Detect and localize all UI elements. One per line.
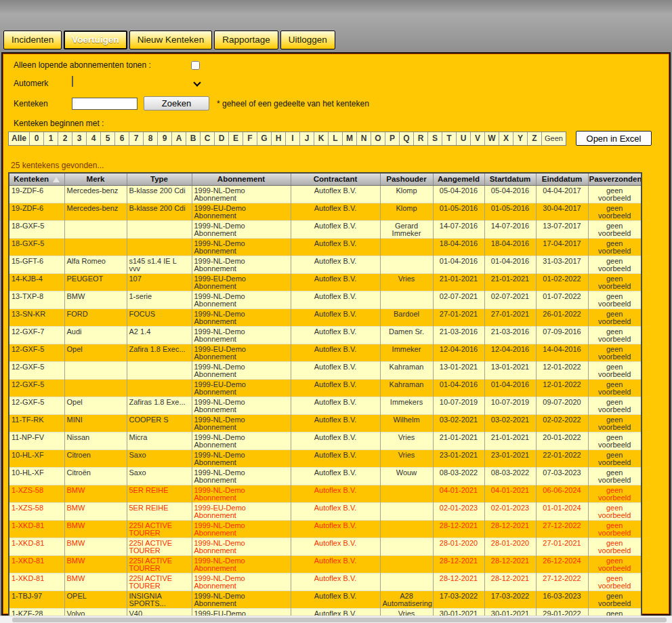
kenteken-label: Kenteken (14, 99, 72, 108)
tab-uitloggen[interactable]: Uitloggen (280, 31, 335, 49)
cell-startdatum: 21-03-2016 (484, 326, 536, 344)
letter-filter-s[interactable]: S (428, 132, 442, 145)
horizontal-scrollbar-thumb[interactable] (12, 618, 667, 622)
lopende-abonnementen-checkbox[interactable] (191, 61, 200, 70)
column-header-pashouder[interactable]: Pashouder (380, 173, 433, 185)
zoeken-button[interactable]: Zoeken (144, 96, 209, 110)
letter-filter-0[interactable]: 0 (30, 132, 44, 145)
cell-startdatum: 12-04-2016 (484, 344, 536, 361)
cell-type: s145 s1.4 IE L vvv (127, 256, 192, 273)
letter-filter-p[interactable]: P (385, 132, 400, 145)
letter-filter-t[interactable]: T (442, 132, 457, 145)
automerk-label: Automerk (14, 79, 72, 88)
column-header-pasverzonden[interactable]: Pasverzonden (588, 173, 642, 185)
tab-nieuw-kenteken[interactable]: Nieuw Kenteken (129, 31, 212, 49)
letter-filter-g[interactable]: G (257, 132, 272, 145)
letter-filter-q[interactable]: Q (400, 132, 414, 145)
column-header-type[interactable]: Type (127, 173, 192, 185)
letter-filter-5[interactable]: 5 (101, 132, 115, 145)
column-header-aangemeld[interactable]: Aangemeld (433, 173, 484, 185)
letter-filter-d[interactable]: D (215, 132, 229, 145)
cell-aangemeld: 21-01-2021 (433, 432, 484, 449)
cell-aangemeld: 27-01-2021 (433, 308, 484, 326)
cell-contractant: Autoflex B.V. (291, 590, 380, 608)
tab-rapportage[interactable]: Rapportage (214, 31, 278, 49)
column-header-contractant[interactable]: Contractant (291, 173, 380, 185)
cell-contractant: Autoflex B.V. (291, 273, 380, 291)
cell-einddatum: 02-02-2022 (536, 414, 588, 432)
automerk-select[interactable] (72, 77, 205, 89)
letter-filter-e[interactable]: E (229, 132, 243, 145)
cell-aangemeld: 01-05-2016 (433, 203, 484, 220)
cell-abonnement: 1999-NL-Demo Abonnement (192, 432, 291, 449)
cell-kenteken: 1-XKD-81 (9, 573, 64, 590)
letter-filter-h[interactable]: H (272, 132, 286, 145)
tab-incidenten[interactable]: Incidenten (3, 31, 62, 49)
letter-filter-1[interactable]: 1 (44, 132, 58, 145)
cell-merk: BMW (64, 291, 127, 308)
cell-pasverzonden: geen voorbeeld (588, 414, 642, 432)
letter-filter-6[interactable]: 6 (115, 132, 129, 145)
cell-pasverzonden: geen voorbeeld (588, 379, 642, 397)
cell-pashouder: Wilhelm (380, 414, 433, 432)
letter-filter-c[interactable]: C (201, 132, 215, 145)
cell-startdatum: 04-01-2021 (484, 485, 536, 502)
letter-filter-o[interactable]: O (371, 132, 385, 145)
open-in-excel-button[interactable]: Open in Excel (576, 131, 652, 146)
cell-abonnement: 1999-NL-Demo Abonnement (192, 590, 291, 608)
cell-kenteken: 1-XKD-81 (9, 555, 64, 573)
column-header-startdatum[interactable]: Startdatum (484, 173, 536, 185)
letter-filter-v[interactable]: V (471, 132, 485, 145)
letter-filter-geen[interactable]: Geen (542, 132, 566, 145)
letter-filter-3[interactable]: 3 (72, 132, 87, 145)
letter-filter-f[interactable]: F (243, 132, 257, 145)
letter-filter-2[interactable]: 2 (58, 132, 72, 145)
cell-contractant: Autoflex B.V. (291, 326, 380, 344)
letter-filter-4[interactable]: 4 (87, 132, 101, 145)
letter-filter-a[interactable]: A (172, 132, 186, 145)
table-row: 15-GFT-6Alfa Romeos145 s1.4 IE L vvv1999… (9, 256, 642, 273)
letter-filter-8[interactable]: 8 (144, 132, 158, 145)
cell-pashouder: Klomp (380, 185, 433, 203)
letter-filter-9[interactable]: 9 (158, 132, 172, 145)
letter-filter-b[interactable]: B (186, 132, 201, 145)
column-header-merk[interactable]: Merk (64, 173, 127, 185)
table-row: 1-XKD-81BMW225I ACTIVE TOURER1999-NL-Dem… (9, 555, 642, 573)
letter-filter-x[interactable]: X (499, 132, 513, 145)
letter-filter-k[interactable]: K (314, 132, 329, 145)
cell-abonnement: 1999-EU-Demo Abonnement (192, 273, 291, 291)
letter-filter-7[interactable]: 7 (129, 132, 144, 145)
cell-type: B-klasse 200 Cdi (127, 185, 192, 203)
letter-filter-u[interactable]: U (457, 132, 471, 145)
letter-filter-l[interactable]: L (329, 132, 343, 145)
letter-filter-y[interactable]: Y (513, 132, 528, 145)
letter-filter-j[interactable]: J (300, 132, 314, 145)
table-row: 10-HL-XFCitroënSaxo1999-NL-Demo Abonneme… (9, 467, 642, 485)
column-header-abonnement[interactable]: Abonnement (192, 173, 291, 185)
cell-einddatum: 01-07-2022 (536, 291, 588, 308)
kenteken-input[interactable] (72, 98, 138, 110)
cell-startdatum: 21-01-2021 (484, 432, 536, 449)
letter-filter-z[interactable]: Z (528, 132, 542, 145)
cell-einddatum: 26-12-2024 (536, 555, 588, 573)
cell-einddatum: 14-04-2016 (536, 344, 588, 361)
cell-merk (64, 220, 127, 238)
cell-einddatum: 31-03-2017 (536, 256, 588, 273)
column-header-einddatum[interactable]: Einddatum (536, 173, 588, 185)
column-header-kenteken[interactable]: Kenteken (9, 173, 64, 185)
horizontal-scrollbar-track[interactable] (0, 616, 672, 623)
cell-aangemeld: 23-01-2021 (433, 449, 484, 467)
cell-einddatum: 09-07-2020 (536, 397, 588, 414)
letter-filter-n[interactable]: N (357, 132, 371, 145)
letter-filter-alle[interactable]: Alle (9, 132, 30, 145)
letter-filter-r[interactable]: R (414, 132, 428, 145)
cell-pashouder: Wouw (380, 467, 433, 485)
letter-filter-m[interactable]: M (343, 132, 357, 145)
letter-filter-w[interactable]: W (485, 132, 499, 145)
cell-contractant: Autoflex B.V. (291, 397, 380, 414)
cell-pasverzonden: geen voorbeeld (588, 273, 642, 291)
cell-startdatum: 05-04-2016 (484, 185, 536, 203)
tab-voertuigen[interactable]: Voertuigen (64, 31, 127, 49)
cell-kenteken: 18-GXF-5 (9, 220, 64, 238)
letter-filter-i[interactable]: I (286, 132, 300, 145)
